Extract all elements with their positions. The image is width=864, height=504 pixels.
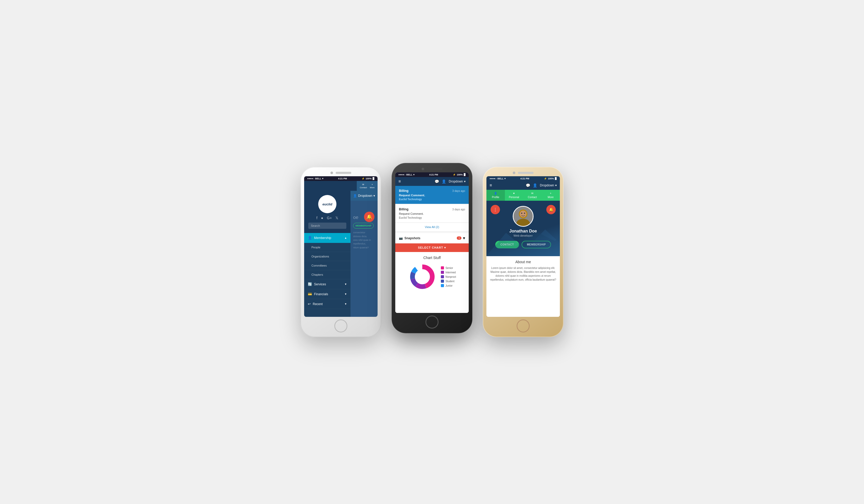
- menu-item-financials[interactable]: 💳 Financials ▼: [304, 289, 350, 299]
- battery: 100%: [365, 177, 372, 180]
- recent-arrow: ▼: [344, 302, 347, 305]
- membership-label: Membership: [314, 236, 331, 240]
- legend-color-senior: [441, 266, 444, 269]
- phone-2-top-bar: [395, 168, 469, 170]
- phone-1: ●●●●○ BELL ▾ 4:21 PM ⚡ 100% ▉ ✉: [300, 167, 381, 337]
- signal: ●●●●○: [307, 177, 314, 180]
- snapshots-count: 1: [457, 236, 461, 240]
- services-icon: 🔄: [308, 282, 312, 286]
- dropdown-button-3[interactable]: Dropdown ▾: [540, 183, 557, 187]
- menu-item-chapters[interactable]: Chapters: [304, 270, 350, 279]
- phone-1-screen: ●●●●○ BELL ▾ 4:21 PM ⚡ 100% ▉ ✉: [304, 176, 377, 317]
- carrier-2: BELL: [406, 173, 412, 176]
- more-icon: +: [372, 183, 373, 186]
- dropdown-button[interactable]: 👤 Dropdown ▾: [353, 194, 375, 197]
- menu-item-membership[interactable]: 👤 Membership ▲: [304, 233, 350, 243]
- nav-right-3: 💬 👤 Dropdown ▾: [526, 183, 557, 188]
- battery-icon-2: ▉: [464, 173, 466, 176]
- dropdown-button-2[interactable]: Dropdown ▾: [449, 180, 466, 183]
- action-menu-btn[interactable]: ⋮: [491, 205, 500, 214]
- chat-icon[interactable]: 💬: [435, 179, 439, 183]
- chart-legend: Senior Intermed Nonproct: [441, 266, 456, 287]
- status-right: ⚡ 100% ▉: [362, 177, 374, 180]
- person-icon-2[interactable]: 👤: [442, 179, 446, 183]
- facebook-icon[interactable]: f: [316, 216, 317, 220]
- camera-icon: 📷: [399, 236, 403, 240]
- svg-point-12: [521, 213, 523, 214]
- carrier-3: BELL: [497, 177, 504, 180]
- google-plus-icon[interactable]: G+: [327, 216, 332, 220]
- legend-color-nonproct: [441, 275, 444, 278]
- tab-personal[interactable]: ♥ Personal: [505, 190, 524, 201]
- phone-3-camera: [513, 171, 515, 174]
- about-section: About me Lorem ipsum dolor sit amet, con…: [487, 256, 560, 317]
- organizations-label: Organizations: [311, 255, 329, 258]
- billing-time-active: 3 days ago: [452, 190, 465, 192]
- recent-icon: ↩: [308, 302, 311, 306]
- recent-label: Recent: [313, 302, 323, 306]
- menu-item-services[interactable]: 🔄 Services ▼: [304, 279, 350, 289]
- bluetooth-icon-3: ⚡: [544, 177, 547, 180]
- about-title: About me: [490, 260, 556, 264]
- dropdown-chevron: ▾: [373, 194, 375, 197]
- battery-3: 100%: [548, 177, 554, 180]
- chart-content: Senior Intermed Nonproct: [408, 262, 456, 291]
- financials-label: Financials: [314, 292, 328, 296]
- select-chart-label: SELECT CHART ▾: [418, 246, 446, 249]
- notification-bell[interactable]: 🔔: [364, 212, 374, 222]
- pinterest-icon[interactable]: ●: [321, 216, 323, 220]
- hamburger-icon-3[interactable]: ≡: [490, 183, 492, 188]
- hamburger-icon[interactable]: ≡: [398, 179, 401, 184]
- phone-3-home-btn[interactable]: [517, 320, 530, 333]
- tab-profile[interactable]: 👤 Profile: [487, 190, 505, 201]
- svg-point-11: [520, 211, 527, 217]
- legend-color-junior: [441, 284, 444, 287]
- billing-card-active[interactable]: Billing 3 days ago Request Comment. Eucl…: [395, 186, 469, 204]
- notification-bell-3[interactable]: 🔔: [546, 205, 556, 214]
- logo-text: euclid: [322, 202, 332, 206]
- phone-2-camera: [422, 168, 424, 170]
- hero-background: [487, 223, 560, 256]
- signal-3: ●●●●○: [490, 177, 496, 180]
- phone-2-screen: ●●●●○ BELL ▾ 4:21 PM ⚡ 100% ▉ ≡ 💬 👤: [395, 172, 469, 313]
- phone-2-home-btn[interactable]: [425, 315, 439, 328]
- tab-more-icon: +: [550, 192, 552, 195]
- billing-card-normal[interactable]: Billing 3 days ago Request Comment. Eucl…: [395, 204, 469, 223]
- legend-senior: Senior: [441, 266, 456, 269]
- legend-color-intermed: [441, 271, 444, 274]
- committees-label: Committees: [311, 264, 327, 267]
- tab-more[interactable]: + More: [542, 190, 560, 201]
- twitter-icon[interactable]: 𝕏: [335, 216, 338, 220]
- donut-chart: [408, 262, 437, 291]
- menu-item-recent[interactable]: ↩ Recent ▼: [304, 299, 350, 309]
- legend-junior: Junior: [441, 284, 456, 287]
- about-text: Lorem ipsum dolor sit amet, consectetur …: [490, 266, 556, 282]
- menu-item-organizations[interactable]: Organizations: [304, 252, 350, 261]
- legend-label-junior: Junior: [445, 284, 453, 287]
- search-box[interactable]: Search: [308, 223, 346, 229]
- select-chart-btn[interactable]: SELECT CHART ▾: [395, 243, 469, 252]
- bluetooth-icon-2: ⚡: [453, 173, 456, 176]
- euclid-logo: euclid: [318, 195, 336, 213]
- person-icon-3[interactable]: 👤: [533, 183, 537, 188]
- phone-3-top-bar: [487, 171, 560, 174]
- dropdown-label-3: Dropdown: [540, 183, 554, 187]
- legend-color-student: [441, 279, 444, 283]
- legend-nonproct: Nonproct: [441, 275, 456, 278]
- more-label: More: [370, 187, 374, 189]
- phone-2-speaker: [427, 168, 442, 170]
- phone-1-home-btn[interactable]: [334, 320, 347, 333]
- billing-org-normal: Euclid Technology: [399, 216, 465, 219]
- view-all-btn[interactable]: View All (2): [395, 223, 469, 231]
- menu-item-people[interactable]: People: [304, 243, 350, 252]
- tab-contact[interactable]: ✉ Contact: [523, 190, 542, 201]
- menu-item-committees[interactable]: Committees: [304, 261, 350, 270]
- battery-icon-3: ▉: [555, 177, 557, 180]
- chapters-label: Chapters: [311, 273, 323, 276]
- snapshots-expand-icon[interactable]: ▾: [463, 236, 465, 241]
- billing-comment-active: Request Comment.: [399, 194, 465, 197]
- billing-time-normal: 3 days ago: [452, 208, 465, 211]
- chat-icon-3[interactable]: 💬: [526, 183, 530, 188]
- time-2: 4:21 PM: [429, 173, 438, 176]
- phone-1-camera: [331, 171, 333, 174]
